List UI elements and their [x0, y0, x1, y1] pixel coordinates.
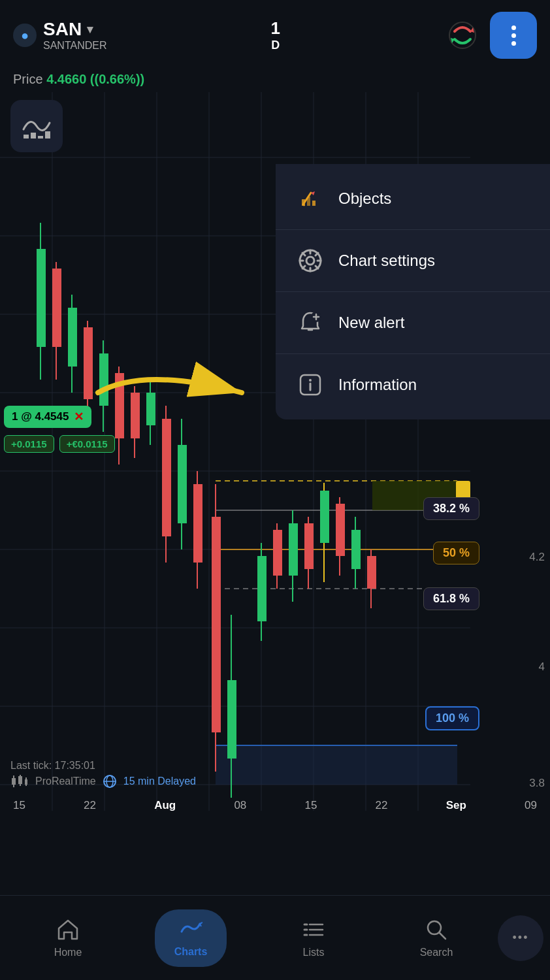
fib-100-label: 100 % [425, 706, 479, 730]
svg-line-108 [200, 924, 201, 926]
menu-divider-3 [276, 353, 550, 354]
svg-rect-66 [212, 517, 221, 732]
price-axis-38: 3.8 [529, 777, 545, 790]
svg-line-107 [200, 923, 202, 924]
menu-item-new-alert[interactable]: New alert [276, 295, 550, 351]
price-label: Price 4.4660 ((0.66%)) [13, 72, 144, 86]
more-dots-label: ••• [513, 931, 529, 945]
svg-rect-32 [68, 308, 77, 367]
fib-50-label: 50 % [433, 542, 479, 564]
home-icon [56, 918, 80, 941]
refresh-button[interactable] [444, 17, 481, 54]
price-axis-42: 4.2 [529, 551, 545, 564]
provider-name: ProRealTime [35, 776, 96, 787]
date-15b: 15 [305, 799, 317, 812]
nav-item-more[interactable]: ••• [498, 915, 543, 961]
chart-type-toggle[interactable] [10, 100, 63, 152]
chart-type-icon [20, 110, 53, 142]
new-alert-icon [297, 309, 324, 336]
refresh-icon [448, 21, 477, 50]
trade-pnl-row: +0.0115 +€0.0115 [4, 435, 115, 453]
charts-label: Charts [174, 946, 208, 958]
svg-rect-89 [312, 201, 315, 206]
nav-item-search[interactable]: Search [375, 918, 498, 958]
fib-38-label: 38.2 % [423, 497, 479, 520]
svg-rect-58 [320, 491, 329, 543]
svg-rect-52 [273, 530, 282, 576]
ticker-symbol[interactable]: SAN ▾ [43, 19, 107, 40]
date-22: 22 [84, 799, 96, 812]
svg-rect-34 [84, 327, 93, 399]
menu-item-information[interactable]: Information [276, 357, 550, 413]
ticker-info: SAN ▾ SANTANDER [43, 19, 107, 52]
chart-area[interactable]: 1 @ 4.4545 ✕ +0.0115 +€0.0115 38.2 % 50 … [0, 92, 550, 837]
svg-line-97 [315, 266, 318, 269]
date-08: 08 [234, 799, 246, 812]
svg-rect-38 [115, 373, 124, 438]
search-label: Search [420, 947, 453, 958]
svg-point-115 [428, 921, 441, 934]
ticker-dropdown-arrow[interactable]: ▾ [87, 22, 93, 37]
svg-rect-56 [304, 523, 314, 569]
dot-2 [511, 33, 516, 38]
svg-rect-42 [146, 393, 155, 425]
bottom-nav: Home Charts Lists Search [0, 895, 550, 980]
chart-settings-icon [297, 247, 324, 274]
dot-3 [511, 41, 516, 46]
svg-rect-71 [31, 133, 36, 139]
svg-line-96 [302, 253, 305, 255]
menu-item-objects[interactable]: Objects [276, 171, 550, 227]
menu-item-chart-settings[interactable]: Chart settings [276, 233, 550, 289]
svg-rect-60 [336, 504, 345, 556]
trade-label[interactable]: 1 @ 4.4545 ✕ [4, 406, 91, 428]
dates-row: 15 22 Aug 08 15 22 Sep 09 [0, 795, 550, 816]
svg-rect-70 [24, 135, 29, 139]
svg-line-98 [315, 253, 318, 255]
header-actions [444, 12, 537, 59]
objects-label: Objects [338, 189, 391, 208]
trade-info: 1 @ 4.4545 [12, 410, 69, 423]
nav-item-lists[interactable]: Lists [252, 918, 375, 958]
nav-item-home[interactable]: Home [7, 918, 129, 958]
new-alert-label: New alert [338, 314, 404, 332]
dot-1 [511, 25, 516, 30]
dropdown-menu: Objects Chart setti [276, 164, 550, 419]
date-sep: Sep [446, 799, 466, 812]
svg-rect-44 [162, 419, 171, 536]
svg-rect-28 [37, 249, 46, 347]
svg-rect-54 [289, 523, 298, 576]
svg-line-116 [440, 933, 445, 939]
globe-icon [103, 774, 117, 789]
information-label: Information [338, 376, 417, 394]
charts-pill: Charts [155, 909, 227, 967]
svg-rect-40 [131, 393, 140, 438]
more-menu-button[interactable] [490, 12, 537, 59]
svg-rect-64 [367, 556, 376, 589]
price-value: 4.4660 ((0.66%)) [46, 72, 144, 86]
svg-rect-68 [227, 680, 236, 759]
trade-close-button[interactable]: ✕ [74, 410, 84, 424]
svg-line-99 [302, 266, 305, 269]
lists-icon [302, 918, 325, 941]
svg-rect-46 [178, 445, 187, 523]
svg-rect-88 [307, 197, 310, 206]
menu-divider-1 [276, 229, 550, 230]
svg-rect-73 [45, 131, 50, 139]
objects-icon [297, 185, 324, 212]
date-09: 09 [525, 799, 537, 812]
timeframe-section[interactable]: 1 D [271, 18, 280, 52]
svg-rect-25 [216, 745, 457, 785]
chart-settings-label: Chart settings [338, 252, 435, 270]
ticker-section: ● SAN ▾ SANTANDER [13, 19, 107, 52]
nav-item-charts[interactable]: Charts [129, 909, 252, 967]
svg-rect-48 [193, 484, 202, 563]
svg-rect-62 [351, 530, 361, 569]
date-22b: 22 [376, 799, 388, 812]
provider-row: ProRealTime 15 min Delayed [10, 774, 196, 789]
date-15: 15 [13, 799, 25, 812]
date-aug: Aug [154, 799, 176, 812]
svg-rect-36 [99, 353, 108, 406]
timeframe-number: 1 [271, 18, 280, 39]
svg-point-106 [309, 379, 312, 382]
svg-rect-50 [257, 556, 267, 621]
